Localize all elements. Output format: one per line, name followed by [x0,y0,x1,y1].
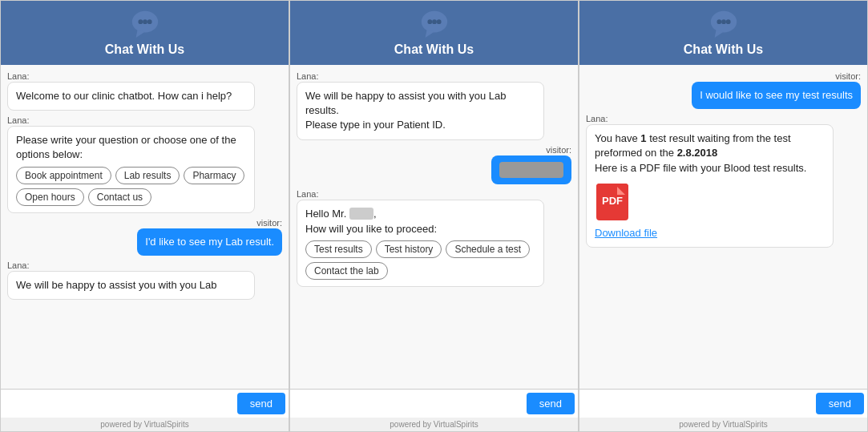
sender-lana-1-2: Lana: [7,115,282,125]
sender-lana-1-1: Lana: [7,71,282,81]
bubble-lana-1-2: Please write your question or choose one… [7,126,255,212]
svg-point-12 [717,19,721,24]
svg-point-9 [436,19,441,24]
chat-header-2: Chat With Us [290,1,578,65]
svg-point-14 [725,19,730,24]
chat-header-3: Chat With Us [579,1,867,65]
message-visitor-2-2: visitor: [297,145,571,185]
btn-book-appointment[interactable]: Book appointment [16,167,111,184]
powered-by-2: powered by VirtualSpirits [290,418,578,431]
sender-lana-1-4: Lana: [7,260,282,270]
message-lana-1-4: Lana: We will be happy to assist you wit… [7,260,282,300]
sender-visitor-1-3: visitor: [256,218,282,228]
message-visitor-1-3: visitor: I'd like to see my Lab result. [7,218,282,256]
send-button-1[interactable]: send [237,393,285,414]
bubble-visitor-3-1: I would like to see my test results [692,82,861,109]
option-buttons-1: Book appointment Lab results Pharmacy Op… [16,167,246,206]
btn-lab-results[interactable]: Lab results [115,167,180,184]
svg-point-2 [138,19,143,24]
chat-window-3: Chat With Us visitor: I would like to se… [579,0,868,432]
chat-title-1: Chat With Us [105,42,184,57]
message-lana-2-3: Lana: Hello Mr. ,How will you like to pr… [297,189,571,286]
svg-point-13 [721,19,726,24]
send-button-2[interactable]: send [527,393,575,414]
chat-input-area-1: send [1,389,289,418]
sender-lana-2-3: Lana: [297,189,571,199]
chat-window-2: Chat With Us Lana: We will be happy to a… [289,0,579,432]
chat-input-1[interactable] [4,393,237,414]
chat-input-area-2: send [290,389,578,418]
bubble-lana-2-3: Hello Mr. ,How will you like to proceed:… [297,200,544,286]
bubble-lana-1-1: Welcome to our clinic chatbot. How can i… [7,82,255,111]
chat-header-1: Chat With Us [1,1,289,65]
message-lana-1-2: Lana: Please write your question or choo… [7,115,282,212]
pdf-section: PDF Download file [595,182,825,240]
btn-test-history[interactable]: Test history [376,240,442,258]
option-buttons-2: Test results Test history Schedule a tes… [305,240,535,280]
chat-messages-3: visitor: I would like to see my test res… [579,65,867,389]
btn-pharmacy[interactable]: Pharmacy [184,167,244,184]
btn-contact-us[interactable]: Contact us [88,188,151,206]
bubble-lana-1-4: We will be happy to assist you with you … [7,271,255,300]
test-date: 2.8.2018 [677,147,718,159]
svg-point-3 [143,19,147,24]
pdf-icon: PDF [595,182,630,222]
sender-lana-3-2: Lana: [586,114,861,123]
sender-visitor-2-2: visitor: [546,145,571,155]
btn-open-hours[interactable]: Open hours [16,188,84,206]
bubble-visitor-2-2 [491,155,571,185]
sender-visitor-3-1: visitor: [835,71,861,81]
lana-options-text: Please write your question or choose one… [16,134,236,160]
chat-icon-1 [130,9,160,39]
chat-title-3: Chat With Us [684,42,763,57]
chat-input-area-3: send [579,389,867,418]
sender-lana-2-1: Lana: [297,71,571,81]
svg-text:PDF: PDF [602,195,623,207]
chat-input-3[interactable] [583,393,816,414]
svg-point-4 [147,19,151,24]
message-lana-2-1: Lana: We will be happy to assist you wit… [297,71,571,140]
bubble-lana-3-2: You have 1 test result waiting from the … [586,124,834,248]
powered-by-1: powered by VirtualSpirits [1,418,289,431]
btn-contact-lab[interactable]: Contact the lab [305,262,388,280]
btn-schedule-test[interactable]: Schedule a test [446,240,530,258]
chat-messages-1: Lana: Welcome to our clinic chatbot. How… [1,65,289,389]
blurred-patient-id [499,162,563,179]
chat-title-2: Chat With Us [394,42,474,57]
message-visitor-3-1: visitor: I would like to see my test res… [586,71,861,109]
btn-test-results[interactable]: Test results [305,240,372,258]
download-link[interactable]: Download file [595,227,657,239]
chat-icon-2 [419,9,450,39]
result-count: 1 [640,132,646,144]
send-button-3[interactable]: send [816,393,864,414]
chat-messages-2: Lana: We will be happy to assist you wit… [290,65,578,389]
powered-by-3: powered by VirtualSpirits [579,418,867,431]
svg-point-8 [432,19,437,24]
message-lana-1-1: Lana: Welcome to our clinic chatbot. How… [7,71,282,111]
chat-input-2[interactable] [293,393,527,414]
message-lana-3-2: Lana: You have 1 test result waiting fro… [586,114,861,248]
svg-point-7 [427,19,432,24]
blurred-name [349,208,373,220]
chat-icon-3 [709,9,739,39]
bubble-lana-2-1: We will be happy to assist you with you … [297,82,544,140]
bubble-visitor-1-3: I'd like to see my Lab result. [137,228,282,256]
chat-window-1: Chat With Us Lana: Welcome to our clinic… [0,0,289,432]
